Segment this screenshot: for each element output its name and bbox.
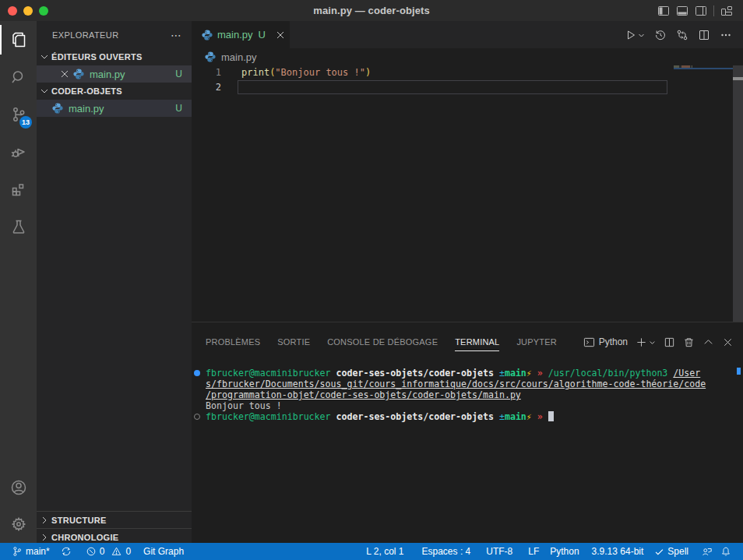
maximize-panel-icon[interactable] <box>703 336 714 348</box>
status-bar: main* 0 0 Git Graph L 2, col 1 Espaces :… <box>0 543 743 560</box>
tab-filename: main.py <box>217 29 253 41</box>
toggle-secondary-sidebar-icon[interactable] <box>695 5 707 17</box>
panel-tab-probl-mes[interactable]: PROBLÈMES <box>206 326 260 357</box>
terminal-shell-label: Python <box>599 336 628 347</box>
python-file-icon <box>51 102 64 114</box>
git-graph-label: Git Graph <box>143 546 184 557</box>
tab-git-badge: U <box>259 29 266 41</box>
editor-scrollbar[interactable] <box>733 65 743 322</box>
problems-indicator[interactable]: 0 0 <box>82 543 135 560</box>
terminal-icon <box>583 336 595 348</box>
compare-changes-icon[interactable] <box>676 29 688 41</box>
explorer-icon[interactable] <box>0 21 37 58</box>
outline-section-header[interactable]: STRUCTURE <box>37 511 192 528</box>
git-branch-indicator[interactable]: main* <box>8 543 54 560</box>
line-number: 1 <box>192 65 221 80</box>
git-graph-button[interactable]: Git Graph <box>139 543 188 560</box>
timeline-section-label: CHRONOLOGIE <box>51 533 118 542</box>
kill-terminal-icon[interactable] <box>683 336 695 348</box>
line-number: 2 <box>192 80 221 95</box>
panel-tab-jupyter[interactable]: JUPYTER <box>516 326 557 357</box>
breadcrumb-item[interactable]: main.py <box>221 51 257 63</box>
error-icon <box>86 546 97 557</box>
panel-tab-sortie[interactable]: SORTIE <box>277 326 310 357</box>
explorer-more-actions-icon[interactable]: ⋯ <box>171 32 182 38</box>
more-actions-icon[interactable] <box>720 29 732 41</box>
new-terminal-button[interactable] <box>636 336 656 348</box>
bottom-panel: PROBLÈMESSORTIECONSOLE DE DÉBOGAGETERMIN… <box>192 322 743 543</box>
panel-tab-bar: PROBLÈMESSORTIECONSOLE DE DÉBOGAGETERMIN… <box>206 326 557 357</box>
code-line-2[interactable]: 2 <box>192 80 743 95</box>
code-editor[interactable]: 1print("Bonjour tous !")2 <box>192 65 743 343</box>
terminal-cursor <box>548 411 554 421</box>
source-control-icon[interactable]: 13 <box>0 96 37 133</box>
close-editor-icon[interactable] <box>58 68 71 80</box>
git-branch-icon <box>12 546 23 557</box>
testing-icon[interactable] <box>0 208 37 245</box>
feedback-icon[interactable] <box>697 543 717 560</box>
python-interpreter-indicator[interactable]: 3.9.13 64-bit <box>588 543 648 560</box>
title-bar: main.py — coder-objets <box>0 0 743 21</box>
run-dropdown-icon <box>638 29 645 41</box>
customize-layout-icon[interactable] <box>720 5 733 17</box>
split-editor-icon[interactable] <box>698 29 710 41</box>
tab-main-py[interactable]: main.py U <box>192 21 290 48</box>
toggle-panel-icon[interactable] <box>676 5 688 17</box>
code-line-1[interactable]: 1print("Bonjour tous !") <box>192 65 743 80</box>
notifications-bell-icon[interactable] <box>717 543 735 560</box>
terminal-line-1: fbrucker@macminibrucker coder-ses-objets… <box>192 368 743 379</box>
open-editor-filename: main.py <box>90 69 125 80</box>
extensions-icon[interactable] <box>0 171 37 208</box>
panel-tab-console-de-d-bogage[interactable]: CONSOLE DE DÉBOGAGE <box>327 326 438 357</box>
file-item-main-py[interactable]: main.py U <box>37 100 192 117</box>
window-title: main.py — coder-objets <box>0 5 743 16</box>
panel-tab-terminal[interactable]: TERMINAL <box>455 326 499 357</box>
python-file-icon <box>201 29 213 41</box>
vscode-window: main.py — coder-objets 13 <box>0 0 743 560</box>
error-count: 0 <box>100 546 105 557</box>
chevron-right-icon <box>38 514 51 527</box>
terminal-line-3: /programmation-objet/coder-ses-objets/co… <box>192 389 743 400</box>
spell-label: Spell <box>667 546 688 557</box>
open-editor-item-main-py[interactable]: main.py U <box>37 65 192 83</box>
titlebar-separator <box>713 5 714 16</box>
indentation-indicator[interactable]: Espaces : 4 <box>418 543 475 560</box>
terminal-line-4: Bonjour tous ! <box>192 400 743 411</box>
python-file-icon <box>204 51 217 63</box>
eol-indicator[interactable]: LF <box>524 543 543 560</box>
history-icon[interactable] <box>654 29 667 41</box>
git-status-badge: U <box>175 103 182 114</box>
chevron-down-icon <box>38 51 51 63</box>
cursor-position-indicator[interactable]: L 2, col 1 <box>362 543 407 560</box>
overview-ruler-cursor <box>733 77 743 80</box>
source-control-badge: 13 <box>19 116 32 129</box>
minimap-current-line <box>674 68 733 69</box>
run-python-file-button[interactable] <box>625 29 645 41</box>
warning-icon <box>111 546 122 557</box>
language-mode-indicator[interactable]: Python <box>546 543 583 560</box>
sync-changes-button[interactable] <box>57 543 76 560</box>
command-success-decoration[interactable] <box>194 370 200 376</box>
command-prompt-decoration[interactable] <box>194 414 200 420</box>
close-panel-icon[interactable] <box>722 336 734 348</box>
branch-name: main* <box>26 546 50 557</box>
toggle-primary-sidebar-icon[interactable] <box>657 5 670 17</box>
open-editors-label: ÉDITEURS OUVERTS <box>51 52 143 62</box>
run-and-debug-icon[interactable] <box>0 133 37 171</box>
spell-checker-indicator[interactable]: Spell <box>650 543 692 560</box>
settings-gear-icon[interactable] <box>0 505 37 543</box>
split-terminal-icon[interactable] <box>664 336 675 348</box>
accounts-icon[interactable] <box>0 469 37 506</box>
encoding-indicator[interactable]: UTF-8 <box>482 543 516 560</box>
terminal[interactable]: fbrucker@macminibrucker coder-ses-objets… <box>192 368 743 422</box>
folder-section-header[interactable]: CODER-OBJETS <box>37 83 192 100</box>
close-tab-icon[interactable] <box>274 29 287 41</box>
open-editors-section-header[interactable]: ÉDITEURS OUVERTS <box>37 48 192 65</box>
folder-section-label: CODER-OBJETS <box>51 86 122 96</box>
outline-section-label: STRUCTURE <box>51 516 107 525</box>
breadcrumbs[interactable]: main.py <box>192 48 743 65</box>
terminal-line-2: s/fbrucker/Documents/sous_git/cours_info… <box>192 379 743 389</box>
editor-tab-bar: main.py U <box>192 21 743 48</box>
terminal-profile-selector[interactable]: Python <box>583 336 628 348</box>
search-icon[interactable] <box>0 58 37 96</box>
